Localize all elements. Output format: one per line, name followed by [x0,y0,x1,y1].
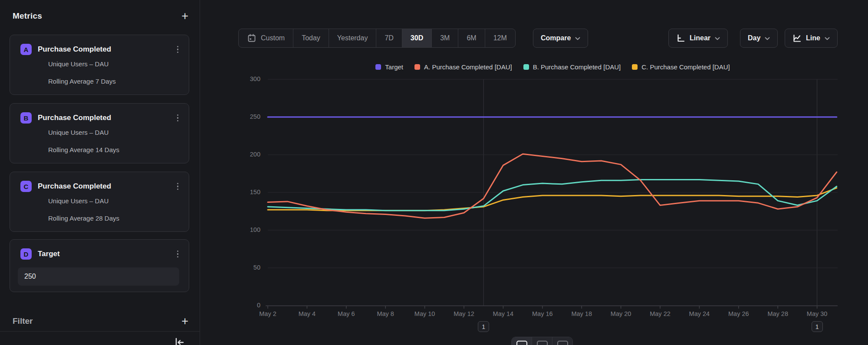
annotation-badge[interactable]: 1 [812,321,823,332]
x-tick-label: May 12 [444,310,483,317]
x-tick-label: May 20 [602,310,641,317]
x-tick-label: May 30 [798,310,837,317]
x-tick-label: May 6 [327,310,366,317]
view-option-compact-view-icon[interactable] [532,337,552,345]
x-tick-label: May 24 [680,310,719,317]
view-option-table-view-icon[interactable] [552,337,572,345]
view-option-chart-view-icon[interactable] [512,337,532,345]
x-tick-label: May 28 [758,310,797,317]
x-tick-label: May 8 [366,310,405,317]
chart-canvas[interactable] [0,0,868,345]
x-tick-label: May 18 [562,310,601,317]
app-root: Metrics + APurchase CompletedUnique User… [0,0,868,345]
series-line-a [268,154,837,218]
annotation-badge[interactable]: 1 [478,321,489,332]
chart-view-icon [516,341,527,345]
view-switcher [511,337,573,345]
x-tick-label: May 4 [287,310,326,317]
table-view-icon [557,341,568,345]
x-tick-label: May 26 [719,310,758,317]
x-tick-label: May 2 [248,310,287,317]
compact-view-icon [537,341,548,345]
x-tick-label: May 16 [523,310,562,317]
series-line-c [268,188,837,211]
x-tick-label: May 22 [641,310,680,317]
x-tick-label: May 14 [483,310,523,317]
x-tick-label: May 10 [405,310,444,317]
